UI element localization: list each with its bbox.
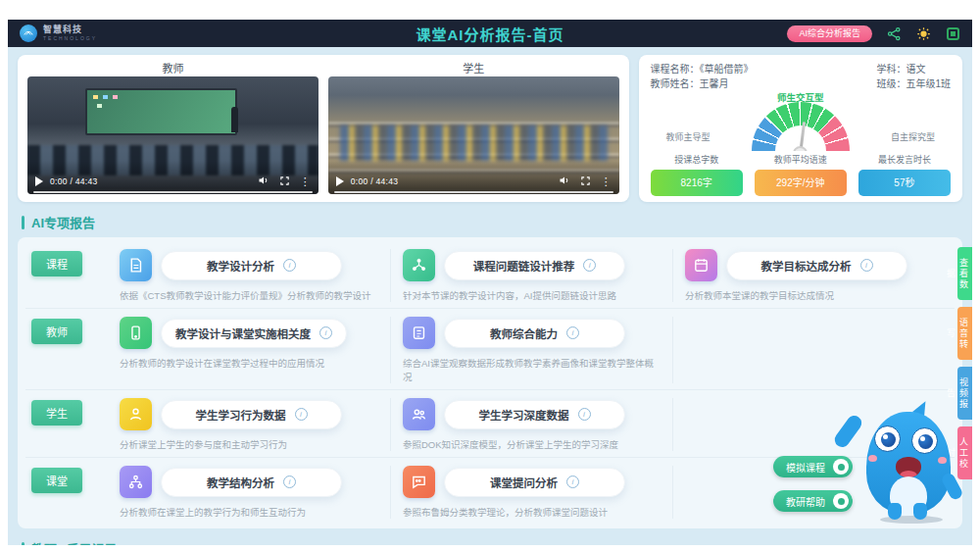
stat-label: 最长发言时长 — [858, 153, 951, 166]
course-name-value: 《草船借箭》 — [700, 64, 754, 75]
card-desc: 分析教师在课堂上的教学行为和师生互动行为 — [120, 505, 378, 519]
records-section-title: 教研&反思记录 — [22, 539, 958, 545]
course-info-panel: 课程名称：《草船借箭》 教师姓名：王馨月 学科：语文 班级：五年级1班 师生交互… — [639, 55, 962, 202]
subject-label: 学科： — [876, 64, 906, 75]
report-icon — [403, 317, 435, 349]
card-button-teaching-structure[interactable]: 教学结构分析 i — [161, 468, 342, 497]
teacher-figure — [231, 107, 238, 132]
card-button-goal-achievement[interactable]: 教学目标达成分析 i — [726, 251, 907, 280]
report-card: 学生学习行为数据 i 分析课堂上学生的参与度和主动学习行为 — [108, 398, 390, 451]
logo-icon — [20, 25, 37, 42]
research-help-button[interactable]: 教研帮助 — [773, 490, 853, 512]
card-button-teacher-ability[interactable]: 教师综合能力 i — [444, 319, 625, 348]
ai-section-title: AI专项报告 — [22, 213, 958, 231]
side-tab-transcribe[interactable]: 语音转写 — [957, 307, 972, 360]
gauge-right-label: 自主探究型 — [891, 130, 935, 143]
class-label: 班级： — [876, 78, 906, 89]
card-button-design-implementation[interactable]: 教学设计与课堂实施相关度 i — [161, 319, 347, 348]
report-card: 教学设计分析 i 依据《CTS教师教学设计能力评价量规》分析教师的教学设计 — [108, 249, 390, 302]
teacher-video-label: 教师 — [27, 60, 318, 76]
section-bar — [22, 542, 24, 546]
video-progress-bar[interactable] — [334, 191, 613, 193]
info-icon: i — [319, 326, 332, 339]
simulate-class-button[interactable]: 模拟课程 — [773, 456, 853, 477]
card-desc: 分析课堂上学生的参与度和主动学习行为 — [120, 437, 378, 451]
info-icon: i — [566, 476, 579, 488]
share-icon[interactable] — [886, 25, 902, 41]
video-panel: 教师 0:00 / 44:43 — [18, 55, 629, 202]
card-desc: 分析教师本堂课的教学目标达成情况 — [685, 288, 943, 302]
teacher-video-player[interactable]: 0:00 / 44:43 ⋮ — [27, 76, 318, 194]
stat-total-words[interactable]: 8216字 — [651, 170, 743, 196]
chalkboard-image — [85, 88, 236, 135]
fullscreen-video-icon[interactable] — [279, 173, 290, 190]
side-tab-rail: 查看数据 语音转写 视频报告 人工校对 — [957, 247, 972, 479]
fullscreen-icon[interactable] — [945, 25, 960, 41]
more-options-icon[interactable]: ⋮ — [300, 176, 311, 187]
report-row-course: 课程 教学设计分析 i 依据《CTS教师教学设计能力评价量规》分析 — [25, 241, 955, 309]
report-card-empty — [672, 317, 955, 383]
stat-longest-speech[interactable]: 57秒 — [858, 170, 951, 196]
ai-report-button[interactable]: AI综合分析报告 — [787, 25, 872, 42]
side-tab-view-data[interactable]: 查看数据 — [957, 247, 972, 300]
card-button-question-chain[interactable]: 课程问题链设计推荐 i — [444, 251, 625, 280]
interaction-gauge: 师生交互型 教师主导型 自主探究型 — [651, 92, 951, 151]
people-icon — [403, 398, 435, 430]
chain-icon — [403, 249, 435, 281]
side-tab-proofread[interactable]: 人工校对 — [957, 426, 972, 479]
report-row-teacher: 教师 教学设计与课堂实施相关度 i 分析教师的教学设计在课堂教学过 — [25, 309, 955, 390]
header-bar: 智慧科技 TECHNOLOGY 课堂AI分析报告-首页 AI综合分析报告 — [8, 20, 972, 47]
assistant-mini-icon — [833, 493, 849, 509]
report-card: 学生学习深度数据 i 参照DOK知识深度模型，分析课堂上学生的学习深度 — [390, 398, 672, 451]
logo-title: 智慧科技 — [43, 25, 97, 34]
subject-value: 语文 — [906, 64, 925, 75]
class-value: 五年级1班 — [906, 78, 951, 89]
more-options-icon[interactable]: ⋮ — [601, 176, 612, 187]
card-desc: 分析教师的教学设计在课堂教学过程中的应用情况 — [120, 356, 378, 370]
info-icon: i — [583, 259, 596, 272]
report-card: 课程问题链设计推荐 i 针对本节课的教学设计内容，AI提供问题链设计思路 — [390, 249, 672, 302]
assistant-mascot[interactable] — [847, 402, 956, 527]
report-card: 教师综合能力 i 综合AI课堂观察数据形成教师教学素养画像和课堂教学整体概况 — [390, 317, 672, 383]
course-name-label: 课程名称： — [651, 64, 700, 75]
report-card: 教学结构分析 i 分析教师在课堂上的教学行为和师生互动行为 — [108, 466, 390, 519]
teacher-name-value: 王馨月 — [700, 78, 729, 89]
card-desc: 综合AI课堂观察数据形成教师教学素养画像和课堂教学整体概况 — [403, 356, 661, 383]
calendar-icon — [685, 249, 717, 281]
play-button[interactable] — [336, 176, 344, 186]
card-desc: 参照布鲁姆分类教学理论，分析教师课堂问题设计 — [403, 505, 661, 519]
play-button[interactable] — [35, 176, 43, 186]
stat-speech-rate[interactable]: 292字/分钟 — [755, 170, 847, 196]
card-button-learning-depth[interactable]: 学生学习深度数据 i — [444, 400, 625, 429]
section-bar — [22, 216, 24, 229]
report-card: 课堂提问分析 i 参照布鲁姆分类教学理论，分析教师课堂问题设计 — [390, 466, 672, 519]
stat-label: 教师平均语速 — [755, 153, 847, 166]
volume-icon[interactable] — [559, 173, 570, 190]
video-progress-bar[interactable] — [33, 191, 313, 193]
side-tab-video-report[interactable]: 视频报告 — [957, 367, 972, 420]
assistant-mini-icon — [833, 459, 849, 475]
video-time: 0:00 / 44:43 — [50, 176, 98, 186]
report-card: 教学设计与课堂实施相关度 i 分析教师的教学设计在课堂教学过程中的应用情况 — [108, 317, 390, 383]
info-icon: i — [283, 476, 296, 488]
row-tag-student: 学生 — [31, 400, 82, 426]
info-icon: i — [566, 326, 579, 339]
row-tag-teacher: 教师 — [31, 319, 82, 344]
question-icon — [403, 466, 435, 498]
info-icon: i — [860, 259, 873, 272]
card-button-teaching-design[interactable]: 教学设计分析 i — [161, 251, 342, 280]
stat-label: 授课总字数 — [651, 153, 743, 166]
row-tag-course: 课程 — [31, 251, 82, 276]
card-button-learning-behavior[interactable]: 学生学习行为数据 i — [161, 400, 342, 429]
card-button-question-analysis[interactable]: 课堂提问分析 i — [444, 468, 625, 497]
fullscreen-video-icon[interactable] — [580, 173, 591, 190]
person-icon — [120, 398, 152, 430]
logo-subtitle: TECHNOLOGY — [43, 36, 97, 41]
sun-icon[interactable] — [915, 25, 931, 41]
student-video-player[interactable]: 0:00 / 44:43 ⋮ — [328, 76, 619, 194]
structure-icon — [120, 466, 152, 498]
student-video-label: 学生 — [328, 60, 619, 76]
volume-icon[interactable] — [258, 173, 270, 190]
row-tag-classroom: 课堂 — [31, 468, 82, 493]
tablet-icon — [120, 317, 152, 349]
